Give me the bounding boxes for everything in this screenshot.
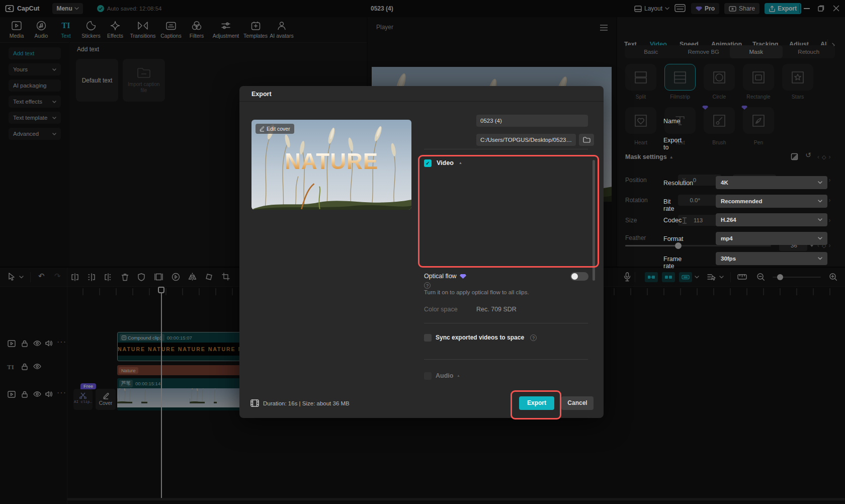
dialog-title: Export	[251, 91, 272, 98]
optical-flow-toggle[interactable]	[570, 272, 588, 281]
annotation-box-video-settings	[418, 155, 599, 268]
name-input[interactable]: 0523 (4)	[476, 115, 588, 127]
color-space-value: Rec. 709 SDR	[476, 306, 517, 313]
optical-flow-hint: Turn it on to apply optical flow to all …	[424, 289, 529, 295]
codec-label: Codec	[663, 217, 682, 224]
audio-section-label: Audio	[436, 372, 453, 379]
format-select[interactable]: mp4	[716, 232, 827, 245]
format-label: Format	[663, 235, 684, 242]
audio-checkbox[interactable]	[424, 372, 432, 380]
export-path-value: C:/Users/TOPGUS/Desktop/0523 (4)…	[480, 137, 572, 143]
help-icon[interactable]: ?	[530, 334, 537, 341]
folder-icon	[583, 137, 590, 143]
codec-select[interactable]: H.264	[716, 213, 827, 226]
export-summary: Duration: 16s | Size: about 36 MB	[250, 399, 350, 407]
capcut-app: CapCut Menu Auto saved: 12:08:54 0523 (4…	[0, 0, 845, 504]
name-label: Name	[663, 118, 680, 125]
pro-diamond-icon	[460, 274, 466, 279]
color-space-label: Color space	[424, 306, 458, 313]
bitrate-select[interactable]: Recommended	[716, 195, 827, 208]
collapse-up-icon[interactable]: ▲	[457, 374, 460, 377]
codec-value: H.264	[721, 217, 736, 223]
chevron-down-icon	[818, 257, 822, 260]
framerate-select[interactable]: 30fps	[716, 252, 827, 265]
export-to-label: Export to	[663, 137, 682, 151]
annotation-box-export-button	[511, 390, 561, 419]
cancel-button[interactable]: Cancel	[561, 396, 594, 410]
optical-flow-label: Optical flow	[424, 273, 457, 280]
chevron-down-icon	[818, 181, 822, 184]
edit-cover-button[interactable]: Edit cover	[256, 124, 294, 134]
chevron-down-icon	[818, 200, 822, 203]
format-value: mp4	[721, 235, 733, 241]
chevron-down-icon	[818, 237, 822, 240]
bitrate-value: Recommended	[721, 198, 762, 204]
optical-flow-row: Optical flow	[424, 273, 466, 280]
bitrate-label: Bit rate	[663, 198, 674, 212]
edit-pencil-icon	[260, 126, 265, 132]
dialog-header: Export	[239, 86, 604, 102]
resolution-select[interactable]: 4K	[716, 176, 827, 189]
framerate-value: 30fps	[721, 256, 736, 262]
cover-nature-text: NATURE	[251, 149, 411, 174]
browse-folder-button[interactable]	[579, 134, 594, 146]
export-path-input[interactable]: C:/Users/TOPGUS/Desktop/0523 (4)…	[476, 134, 576, 146]
edit-cover-label: Edit cover	[267, 126, 290, 132]
sync-checkbox[interactable]	[424, 334, 432, 342]
name-value: 0523 (4)	[480, 118, 502, 124]
help-icon[interactable]: ?	[424, 282, 431, 289]
film-icon	[250, 399, 259, 407]
cancel-label: Cancel	[567, 399, 587, 406]
framerate-label: Frame rate	[663, 256, 682, 270]
sync-label: Sync exported videos to space	[436, 334, 524, 341]
chevron-down-icon	[818, 218, 822, 221]
resolution-label: Resolution	[663, 180, 693, 187]
resolution-value: 4K	[721, 180, 728, 186]
duration-size-text: Duration: 16s | Size: about 36 MB	[263, 400, 350, 406]
cover-preview: NATURE Edit cover	[251, 120, 411, 210]
